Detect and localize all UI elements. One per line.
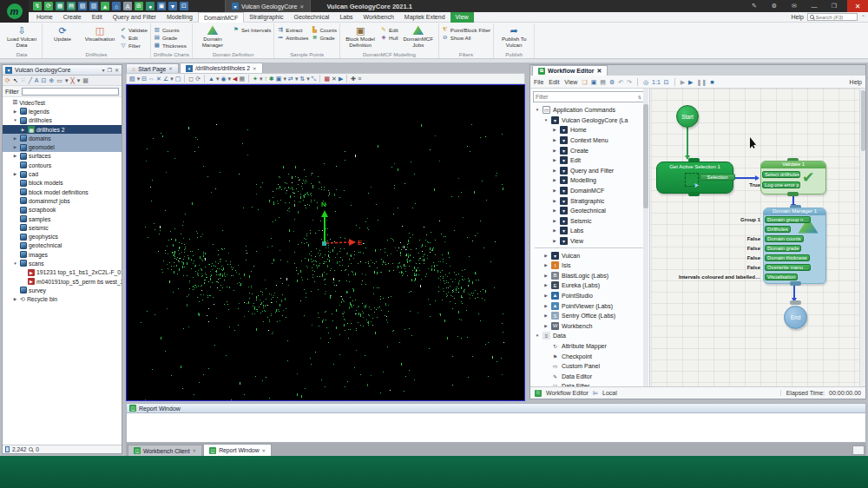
command-tree-item-seismic[interactable]: ▶▾Seismic <box>533 216 649 227</box>
search-input[interactable] <box>807 13 858 21</box>
ribbon-button-update[interactable]: ⟳Update <box>45 23 80 43</box>
command-tree-item-create[interactable]: ▶▾Create <box>533 145 649 155</box>
command-tree-item-data[interactable]: ▼≡Data <box>533 331 649 341</box>
explorer-tool-icon[interactable]: ⟳ <box>5 77 10 83</box>
expand-arrow-icon[interactable]: ▶ <box>552 188 557 193</box>
expand-arrow-icon[interactable]: ▶ <box>12 136 18 141</box>
explorer-tool-icon[interactable]: ⁙ <box>21 77 26 83</box>
viewport-tool-icon[interactable]: ⇄ <box>288 76 293 82</box>
expand-arrow-icon[interactable]: ▶ <box>552 208 557 213</box>
close-button[interactable]: ✕ <box>847 0 868 12</box>
ribbon-button-edit[interactable]: ✎Edit <box>120 34 148 41</box>
expand-arrow-icon[interactable]: ▶ <box>552 158 557 162</box>
workflow-tool-icon[interactable]: ❏ <box>582 79 587 85</box>
viewport-tool-icon[interactable]: ⊟ <box>141 76 147 82</box>
viewport-tool-icon[interactable]: ▢ <box>175 76 181 82</box>
ribbon-tab-query-and-filter[interactable]: Query and Filter <box>108 12 161 23</box>
ribbon-tab-modelling[interactable]: Modelling <box>161 12 198 23</box>
expand-arrow-icon[interactable]: ▶ <box>552 128 557 132</box>
panel-header-icon[interactable]: ✕ <box>115 67 119 73</box>
bottom-tab-workbench-client[interactable]: ◫Workbench Client✕ <box>128 445 202 456</box>
ribbon-tab-view[interactable]: View <box>450 12 474 23</box>
expand-arrow-icon[interactable]: ▶ <box>20 128 26 132</box>
viewport-tab-drillholes-drillholes-2[interactable]: ▾/drillholes/drillholes 2✕ <box>180 63 263 73</box>
ribbon-button-grade[interactable]: ▤Grade <box>154 34 187 41</box>
command-tree-item-attribute-mapper[interactable]: ↻Attribute Mapper <box>533 341 649 352</box>
viewport-tool-icon[interactable]: ▩ <box>324 76 330 82</box>
ribbon-button-visualisation[interactable]: ◫Visualisation <box>82 23 117 43</box>
ribbon-button-grade[interactable]: ≣Grade <box>311 34 337 41</box>
quick-access-icon[interactable]: ▧ <box>78 2 87 10</box>
viewport-tool-icon[interactable]: ⤡ <box>312 76 317 82</box>
expand-arrow-icon[interactable]: ▶ <box>543 263 549 267</box>
workflow-tool-icon[interactable]: ⊡ <box>664 79 669 85</box>
tree-item-domains[interactable]: ▶domains <box>3 134 122 142</box>
quick-access-icon[interactable]: ⊡ <box>180 2 188 10</box>
command-tree-item-blastlogic-labs[interactable]: ▶BBlastLogic (Labs) <box>533 271 649 281</box>
ribbon-tab-maptek-extend[interactable]: Maptek Extend <box>399 12 450 23</box>
quick-access-icon[interactable]: ▼ <box>168 2 177 10</box>
settings-gear-icon[interactable]: ⚙ <box>767 3 781 10</box>
command-tree-item-domainmcf[interactable]: ▶▾DomainMCF <box>533 186 649 196</box>
command-tree-item-modelling[interactable]: ▶▾Modelling <box>533 175 649 186</box>
command-tree-item-data-editor[interactable]: ✎Data Editor <box>533 371 649 381</box>
ribbon-tab-home[interactable]: Home <box>31 12 58 23</box>
command-tree-item-data-filter[interactable]: ▽Data Filter <box>533 381 649 386</box>
command-tree-item-vulcan[interactable]: ▶▾Vulcan <box>533 250 649 260</box>
viewport-tool-icon[interactable]: ⇅ <box>299 76 305 82</box>
workflow-tool-icon[interactable]: ❚❚ <box>696 79 707 85</box>
help-link[interactable]: Help <box>792 14 804 20</box>
workflow-tool-icon[interactable]: ⚙ <box>609 79 615 85</box>
expand-arrow-icon[interactable]: ▶ <box>12 154 18 158</box>
mail-icon[interactable]: ✉ <box>787 3 801 10</box>
app-tab[interactable]: ▾ Vulcan GeologyCore ✕ <box>225 0 311 12</box>
workflow-tool-icon[interactable]: ↶ <box>618 79 623 85</box>
viewport-tool-icon[interactable]: ▦ <box>239 76 245 82</box>
bottom-tab-report-window[interactable]: ◫Report Window✕ <box>203 444 272 456</box>
expand-arrow-icon[interactable]: ▼ <box>535 108 540 112</box>
ribbon-button-extract[interactable]: ⇶Extract <box>277 26 308 33</box>
viewport-tool-icon[interactable]: ◉ <box>220 76 226 82</box>
command-tree-item-isis[interactable]: ▶IIsis <box>533 260 649 271</box>
viewport-tool-icon[interactable]: ⇔ <box>148 76 155 82</box>
ribbon-button-validate[interactable]: ✔Validate <box>120 26 148 33</box>
expand-arrow-icon[interactable]: ▶ <box>552 138 557 142</box>
ribbon-button-counts[interactable]: ▥Counts <box>154 26 187 33</box>
quick-access-icon[interactable]: A <box>123 2 132 10</box>
expand-arrow-icon[interactable]: ▶ <box>552 239 557 243</box>
tree-item-191231-top-s1-bs1-2xc2l-f-01[interactable]: ▶191231 top_s1_bs1_2xC2L-F_01 <box>3 268 122 277</box>
quick-access-icon[interactable]: ↯ <box>33 2 42 10</box>
ribbon-button-load-vulcan-data[interactable]: ⇩Load Vulcan Data <box>4 23 39 49</box>
workflow-menu-edit[interactable]: Edit <box>549 79 559 85</box>
workflow-tool-icon[interactable]: ▣ <box>591 79 597 85</box>
ribbon-tab-edit[interactable]: Edit <box>87 12 108 23</box>
expand-arrow-icon[interactable]: ▶ <box>552 199 557 203</box>
viewport-tool-icon[interactable]: ▾ <box>295 76 299 82</box>
viewport-tool-icon[interactable]: ≡ <box>358 76 361 82</box>
expand-arrow-icon[interactable]: ▶ <box>552 228 557 233</box>
workflow-tool-icon[interactable]: ↷ <box>627 79 632 85</box>
workflow-help-link[interactable]: Help <box>850 79 862 85</box>
panel-header-icon[interactable]: ❐ <box>108 67 112 73</box>
workflow-tool-icon[interactable]: 1:1 <box>652 79 661 85</box>
viewport-tool-icon[interactable]: ▾ <box>137 76 141 82</box>
viewport-tool-icon[interactable]: ▲ <box>208 76 214 82</box>
expand-arrow-icon[interactable]: ▶ <box>12 297 18 301</box>
tree-scrollbar[interactable] <box>643 89 648 386</box>
explorer-filter-input[interactable] <box>22 88 119 96</box>
ribbon-button-publish-to-vulcan[interactable]: ➦Publish To Vulcan <box>496 23 531 49</box>
command-tree-item-vulcan-geologycore-la[interactable]: ▼▾Vulcan GeologyCore (La <box>533 115 649 126</box>
tree-item-samples[interactable]: samples <box>3 214 122 223</box>
command-tree-item-application-commands[interactable]: ▼▭Application Commands <box>533 105 649 115</box>
command-tree-item-eureka-labs[interactable]: ▶EEureka (Labs) <box>533 280 649 291</box>
tree-item-drillholes-2[interactable]: ▶▦drillholes 2 <box>3 125 122 134</box>
command-tree-item-sentry-office-labs[interactable]: ▶SSentry Office (Labs) <box>533 311 649 321</box>
viewport-tool-icon[interactable]: ✕ <box>156 76 161 82</box>
viewport-tool-icon[interactable]: ▾ <box>228 76 232 82</box>
viewport-tool-icon[interactable]: ▾ <box>170 76 174 82</box>
tree-item-geophysics[interactable]: geophysics <box>3 232 122 241</box>
ribbon-button-point-block-filter[interactable]: ⧨Point/Block Filter <box>442 26 490 33</box>
viewport-tool-icon[interactable]: ✦ <box>253 76 258 82</box>
quick-access-icon[interactable]: ● <box>146 2 155 10</box>
minimize-button[interactable]: — <box>807 3 821 10</box>
